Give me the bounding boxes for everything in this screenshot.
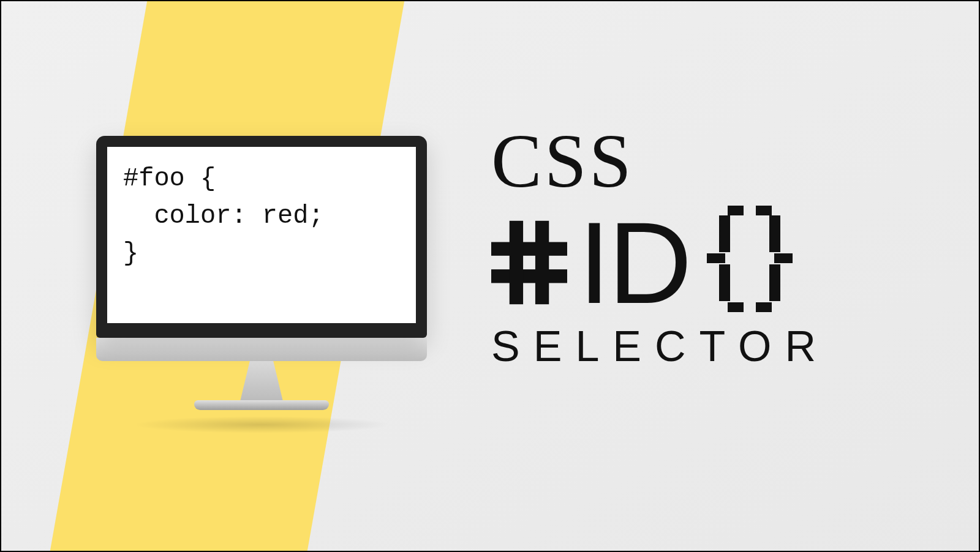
svg-rect-3 [535, 221, 549, 304]
svg-rect-4 [728, 206, 744, 215]
monitor: #foo { color: red; } [96, 136, 427, 433]
title-css: CSS [491, 124, 829, 200]
svg-rect-11 [774, 253, 793, 263]
svg-rect-7 [719, 264, 730, 301]
monitor-chin [96, 338, 427, 361]
svg-rect-8 [728, 302, 744, 312]
monitor-base [194, 400, 329, 410]
monitor-shadow [133, 416, 390, 433]
svg-rect-0 [491, 242, 567, 256]
code-line-3: } [123, 239, 138, 268]
title-selector: SELECTOR [491, 322, 829, 371]
monitor-screen: #foo { color: red; } [107, 147, 416, 323]
monitor-bezel: #foo { color: red; } [96, 136, 427, 338]
title-block: CSS ID SELECTOR [491, 124, 829, 371]
svg-rect-12 [769, 264, 780, 301]
code-line-1: #foo { [123, 164, 216, 193]
title-id: ID [578, 204, 690, 321]
svg-rect-2 [510, 221, 523, 304]
braces-icon [701, 204, 799, 321]
title-id-row: ID [491, 204, 829, 321]
svg-rect-10 [769, 215, 780, 252]
code-line-2: color: red; [123, 201, 324, 231]
svg-rect-9 [756, 206, 772, 215]
svg-rect-13 [756, 302, 772, 312]
hash-icon [491, 220, 567, 305]
svg-rect-6 [707, 253, 725, 263]
monitor-stand [232, 361, 291, 400]
svg-rect-5 [719, 215, 730, 252]
svg-rect-1 [491, 269, 567, 283]
